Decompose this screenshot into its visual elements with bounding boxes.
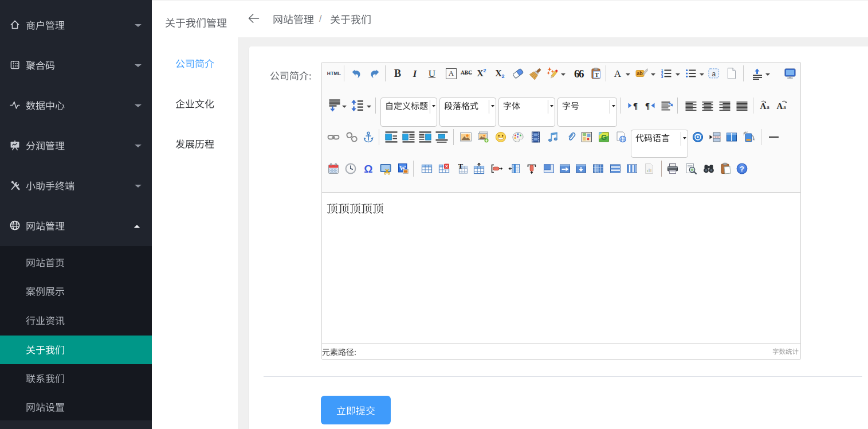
svg-text:×: ×: [445, 163, 448, 169]
svg-text:?: ?: [740, 165, 744, 173]
svg-text:¶: ¶: [645, 102, 650, 111]
svg-text:G: G: [600, 133, 606, 142]
svg-text:a: a: [712, 70, 716, 78]
svg-text:T: T: [595, 72, 599, 78]
svg-text:¶: ¶: [633, 102, 638, 111]
svg-text:3: 3: [661, 75, 663, 79]
svg-text:a: a: [783, 103, 786, 110]
svg-text:T: T: [458, 162, 463, 170]
svg-text:A: A: [776, 102, 783, 111]
svg-text:A: A: [760, 102, 766, 111]
svg-text:a: a: [767, 103, 769, 110]
svg-text:ab: ab: [637, 71, 643, 76]
